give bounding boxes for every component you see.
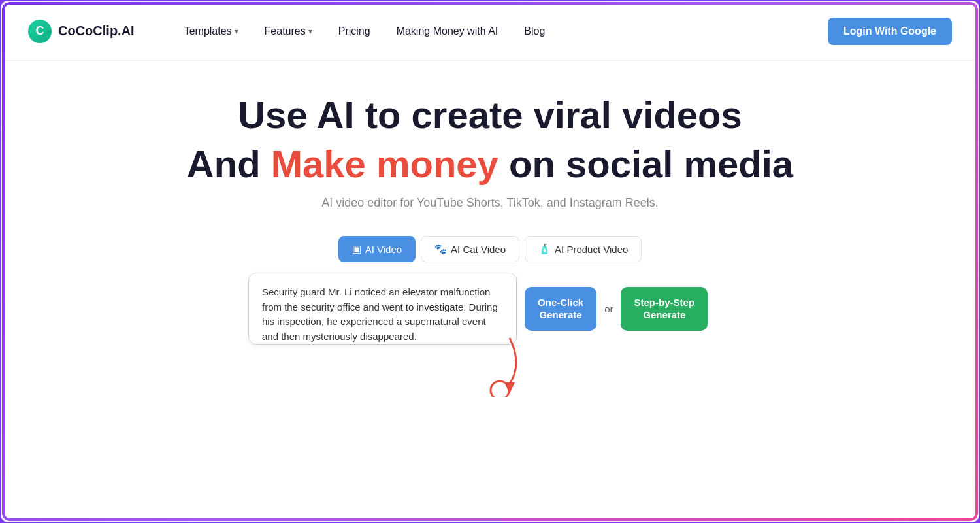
navbar: C CoCoClip.AI Templates ▾ Features ▾ Pri…: [2, 2, 978, 61]
hero-title-line2: And Make money on social media: [187, 143, 793, 186]
logo[interactable]: C CoCoClip.AI: [28, 20, 135, 43]
step-by-step-generate-button[interactable]: Step-by-Step Generate: [621, 287, 708, 331]
cat-icon: 🐾: [434, 243, 447, 255]
nav-links: Templates ▾ Features ▾ Pricing Making Mo…: [174, 20, 828, 42]
nav-item-pricing[interactable]: Pricing: [328, 20, 381, 42]
tabs-row: ▣ AI Video 🐾 AI Cat Video 🧴 AI Product V…: [338, 236, 642, 262]
nav-item-making-money[interactable]: Making Money with AI: [386, 20, 509, 42]
logo-icon: C: [28, 20, 52, 43]
nav-item-templates[interactable]: Templates ▾: [174, 20, 249, 42]
tab-ai-product-video[interactable]: 🧴 AI Product Video: [525, 236, 642, 262]
hero-highlight: Make money: [271, 143, 498, 185]
logo-text: CoCoClip.AI: [58, 24, 135, 39]
hero-title-line1: Use AI to create viral videos: [238, 93, 742, 137]
chevron-down-icon: ▾: [308, 27, 312, 36]
login-button[interactable]: Login With Google: [828, 18, 952, 45]
story-input[interactable]: [248, 273, 517, 345]
hero-subtitle: AI video editor for YouTube Shorts, TikT…: [321, 196, 659, 210]
input-area: One-Click Generate or Step-by-Step Gener…: [248, 273, 708, 345]
chevron-down-icon: ▾: [235, 27, 238, 36]
one-click-generate-button[interactable]: One-Click Generate: [525, 287, 596, 331]
page-inner: C CoCoClip.AI Templates ▾ Features ▾ Pri…: [2, 2, 978, 521]
video-icon: ▣: [352, 243, 361, 255]
svg-point-1: [491, 381, 509, 397]
tab-ai-cat-video[interactable]: 🐾 AI Cat Video: [421, 236, 519, 262]
product-icon: 🧴: [538, 243, 551, 255]
input-section: One-Click Generate or Step-by-Step Gener…: [248, 273, 732, 345]
tab-ai-video[interactable]: ▣ AI Video: [338, 236, 416, 262]
page-wrapper: C CoCoClip.AI Templates ▾ Features ▾ Pri…: [0, 0, 980, 523]
nav-item-features[interactable]: Features ▾: [254, 20, 323, 42]
or-label: or: [604, 303, 613, 314]
svg-marker-0: [504, 382, 515, 394]
hero-section: Use AI to create viral videos And Make m…: [2, 61, 978, 521]
nav-item-blog[interactable]: Blog: [514, 20, 555, 42]
